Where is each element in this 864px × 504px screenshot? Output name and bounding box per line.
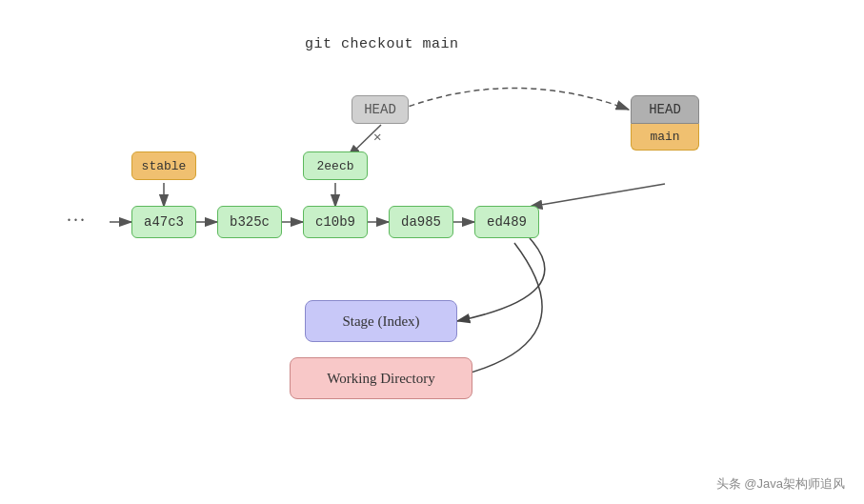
- commit-b325c: b325c: [217, 206, 282, 238]
- working-directory-box: Working Directory: [290, 357, 472, 399]
- head-main-label: HEAD: [631, 95, 699, 124]
- commit-c10b9: c10b9: [303, 206, 368, 238]
- head-detached: HEAD: [352, 95, 409, 124]
- footer-credit: 头条 @Java架构师追风: [716, 475, 845, 493]
- head-main-container: HEAD main: [631, 95, 699, 151]
- main-label: main: [631, 124, 699, 151]
- ellipsis: ···: [67, 210, 87, 232]
- commit-da985: da985: [389, 206, 453, 238]
- x-mark: ✕: [373, 129, 381, 145]
- branch-2eecb: 2eecb: [303, 151, 368, 180]
- stable-label: stable: [131, 151, 196, 180]
- commit-ed489: ed489: [474, 206, 539, 238]
- svg-line-10: [530, 184, 665, 207]
- git-command: git checkout main: [305, 36, 459, 52]
- diagram-container: git checkout main ··· a47c3 b325c c10b9 …: [0, 0, 864, 504]
- arrows-svg: [0, 0, 864, 504]
- commit-a47c3: a47c3: [131, 206, 196, 238]
- stage-index-box: Stage (Index): [305, 300, 457, 342]
